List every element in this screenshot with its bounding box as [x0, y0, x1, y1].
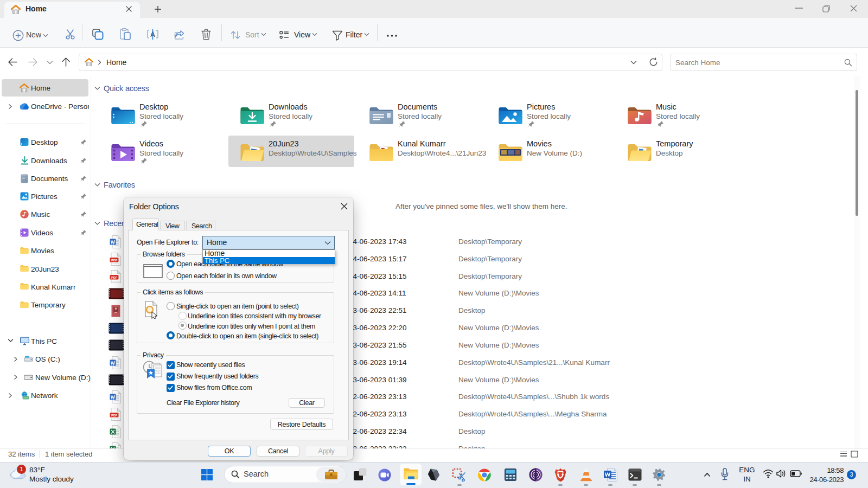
svg-text:PDF: PDF — [111, 414, 118, 417]
svg-text:PDF: PDF — [111, 276, 118, 279]
svg-text:PDF: PDF — [111, 259, 118, 262]
